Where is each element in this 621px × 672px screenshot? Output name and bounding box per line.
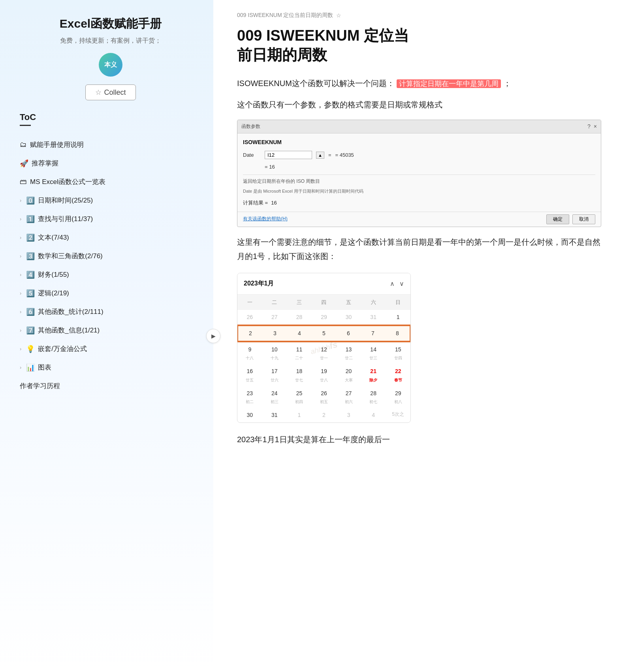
weekday-mon: 一 — [237, 295, 262, 310]
main-content: 009 ISWEEKNUM 定位当前日期的周数 ☆ 009 ISWEEKNUM … — [213, 0, 621, 672]
recommend-icon: 🚀 — [20, 159, 28, 168]
calendar-cell: 20大寒 — [336, 364, 361, 386]
collect-button[interactable]: ☆ Collect — [85, 84, 135, 100]
breadcrumb: 009 ISWEEKNUM 定位当前日期的周数 ☆ — [237, 12, 601, 19]
calendar-cell: 29 — [312, 310, 337, 325]
calendar-prev-button[interactable]: ∧ — [390, 280, 395, 287]
calendar-cell: 4 — [361, 408, 386, 422]
sidebar-item-label: 嵌套/万金油公式 — [38, 344, 87, 353]
calendar-cell: 24初三 — [262, 386, 287, 408]
sidebar-item-chart[interactable]: › 📊 图表 — [20, 358, 201, 377]
calendar-row-5: 23初二 24初三 25初四 26初五 27初六 28初七 29初八 — [237, 386, 410, 408]
calendar-cell: 30 — [237, 408, 262, 422]
sidebar-item-ms-list[interactable]: 🗃 MS Excel函数公式一览表 — [20, 173, 201, 191]
calendar-cell: 11二十 — [287, 342, 312, 364]
func-result-1: = 45035 — [335, 150, 354, 160]
func-calc-value: 16 — [271, 198, 277, 207]
calendar-next-button[interactable]: ∨ — [399, 280, 404, 287]
datetime-icon: 0️⃣ — [26, 196, 35, 205]
calendar-cell: 2 — [312, 408, 337, 422]
intro-highlight: 计算指定日期在一年中是第几周 — [397, 79, 501, 88]
sidebar-item-label: 日期和时间(25/25) — [38, 196, 93, 205]
calendar-row-2: 2 3 4 5 6 7 8 — [237, 325, 410, 342]
calendar-cell: 15廿四 — [386, 342, 410, 364]
sidebar-item-other-info[interactable]: › 7️⃣ 其他函数_信息(1/21) — [20, 321, 201, 340]
sidebar-item-label: 财务(1/55) — [38, 270, 69, 279]
sidebar-item-other-stats[interactable]: › 6️⃣ 其他函数_统计(2/111) — [20, 302, 201, 321]
weekday-sat: 六 — [361, 295, 386, 310]
weekday-thu: 四 — [312, 295, 337, 310]
sidebar-toggle-button[interactable]: ▶ — [206, 329, 220, 343]
func-help-link[interactable]: 有关该函数的帮助(H) — [243, 215, 288, 223]
sidebar-header: Excel函数赋能手册 免费，持续更新；有案例，讲干货； 本义 ☆ Collec… — [20, 16, 201, 100]
sidebar-item-logic[interactable]: › 5️⃣ 逻辑(2/19) — [20, 284, 201, 302]
lookup-icon: 1️⃣ — [26, 215, 35, 223]
calendar-cell: 5次之 — [386, 408, 410, 422]
sidebar-item-label: 其他函数_信息(1/21) — [38, 326, 100, 335]
collect-label: Collect — [104, 88, 126, 97]
calendar-header: 2023年1月 ∧ ∨ — [237, 273, 410, 295]
avatar: 本义 — [99, 53, 122, 77]
calendar-cell: 3 — [263, 325, 287, 342]
text-icon: 2️⃣ — [26, 233, 35, 242]
sidebar-item-author[interactable]: 作者学习历程 — [20, 377, 201, 395]
calendar-cell: 8 — [385, 325, 410, 342]
function-dialog: 函数参数 ? × ISOWEEKNUM Date ▲ = = 45035 = 1… — [237, 120, 601, 227]
calendar-cell: 16廿五 — [237, 364, 262, 386]
calendar-cell: 27 — [262, 310, 287, 325]
calendar-cell: 17廿六 — [262, 364, 287, 386]
sidebar-item-label: 赋能手册使用说明 — [30, 140, 84, 149]
sidebar-item-finance[interactable]: › 4️⃣ 财务(1/55) — [20, 265, 201, 284]
expand-icon: › — [20, 253, 21, 259]
sidebar-item-math[interactable]: › 3️⃣ 数学和三角函数(2/76) — [20, 247, 201, 265]
weekday-wed: 三 — [287, 295, 312, 310]
info-icon: 7️⃣ — [26, 326, 35, 335]
dialog-close[interactable]: × — [594, 122, 597, 131]
calendar-cell: 14廿三 — [361, 342, 386, 364]
calendar-cell: 30 — [336, 310, 361, 325]
sidebar-item-label: 其他函数_统计(2/111) — [38, 307, 103, 316]
calendar-row-3: 9十八 10十九 11二十 12廿一 13廿二 14廿三 15廿四 — [237, 342, 410, 364]
calendar-cell: 1 — [386, 310, 410, 325]
intro-paragraph-2: 这个函数只有一个参数，参数的格式需要是日期或常规格式 — [237, 98, 601, 112]
dialog-question[interactable]: ? — [587, 122, 591, 131]
sidebar-item-text[interactable]: › 2️⃣ 文本(7/43) — [20, 228, 201, 247]
expand-icon: › — [20, 309, 21, 315]
calendar-row-1: 26 27 28 29 30 31 1 — [237, 310, 410, 325]
func-param-label: Date — [243, 150, 261, 160]
expand-icon: › — [20, 327, 21, 333]
weekday-fri: 五 — [336, 295, 361, 310]
dialog-cancel-button[interactable]: 取消 — [572, 214, 595, 224]
sidebar-item-datetime[interactable]: › 0️⃣ 日期和时间(25/25) — [20, 191, 201, 210]
toc-title: ToC — [20, 112, 201, 122]
sidebar-item-label: 逻辑(2/19) — [38, 289, 69, 298]
func-name: ISOWEEKNUM — [243, 137, 595, 147]
calendar-cell: 18廿七 — [287, 364, 312, 386]
sidebar-item-lookup[interactable]: › 1️⃣ 查找与引用(11/37) — [20, 210, 201, 228]
expand-icon: › — [20, 272, 21, 278]
article-title: 009 ISWEEKNUM 定位当前日期的周数 — [237, 26, 601, 65]
sidebar-item-intro[interactable]: 🗂 赋能手册使用说明 — [20, 135, 201, 154]
dialog-footer: 有关该函数的帮助(H) 确定 取消 — [237, 212, 601, 227]
dialog-confirm-button[interactable]: 确定 — [546, 214, 569, 224]
calendar-cell: 27初六 — [336, 386, 361, 408]
func-param-desc: Date 是由 Microsoft Excel 用于日期和时间计算的日期时间代码 — [243, 188, 595, 195]
dialog-header: 函数参数 ? × — [237, 120, 601, 133]
sidebar-item-recommend[interactable]: 🚀 推荐掌握 — [20, 154, 201, 173]
func-param-input[interactable] — [265, 151, 312, 159]
sidebar-item-nested[interactable]: › 💡 嵌套/万金油公式 — [20, 340, 201, 358]
calendar-row-6: 30 31 1 2 3 4 5次之 — [237, 408, 410, 422]
dialog-controls: ? × — [587, 122, 597, 131]
calendar-cell: 6 — [336, 325, 361, 342]
dialog-body: ISOWEEKNUM Date ▲ = = 45035 = 16 返回给定日期所… — [237, 133, 601, 212]
star-icon: ☆ — [95, 88, 102, 97]
finance-icon: 4️⃣ — [26, 270, 35, 279]
calendar: ahhhhfs 2023年1月 ∧ ∨ 一 二 三 四 五 六 日 26 — [237, 273, 411, 423]
calendar-weekdays: 一 二 三 四 五 六 日 — [237, 295, 410, 310]
calendar-cell: 26初五 — [312, 386, 337, 408]
footer-paragraph: 2023年1月1日其实是算在上一年度的最后一 — [237, 432, 601, 447]
calendar-cell: 28初七 — [361, 386, 386, 408]
func-collapse-button[interactable]: ▲ — [316, 152, 324, 159]
func-result-2: = 16 — [265, 162, 275, 171]
calendar-cell: 31 — [262, 408, 287, 422]
